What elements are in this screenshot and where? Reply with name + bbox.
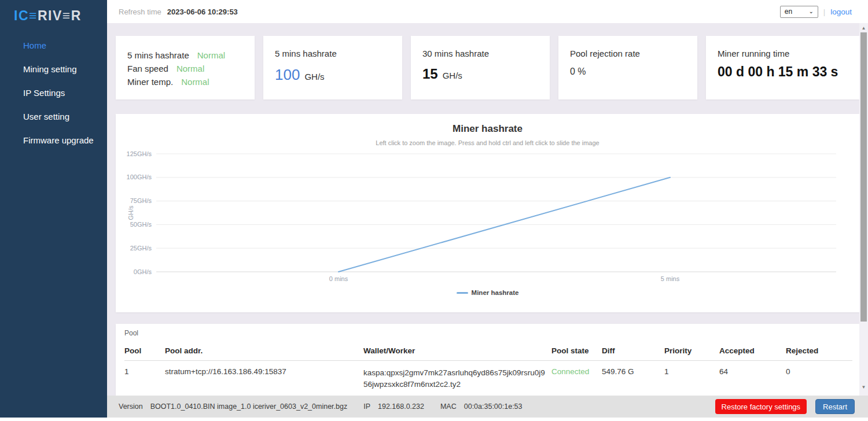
mac-value: 00:0a:35:00:1e:53: [464, 402, 523, 411]
hashrate-30min-unit: GH/s: [443, 71, 462, 80]
pool-table-header-row: Pool Pool addr. Wallet/Worker Pool state…: [124, 341, 852, 361]
chart-legend-item[interactable]: Miner hashrate: [116, 289, 859, 296]
svg-text:125GH/s: 125GH/s: [127, 150, 152, 157]
pool-rejection-value: 0 %: [570, 67, 686, 77]
miner-dashboard-page: IC≡RIV≡R Home Mining setting IP Settings…: [0, 0, 868, 421]
running-time-card: Miner running time 00 d 00 h 15 m 33 s: [706, 36, 859, 99]
col-header-rejected: Rejected: [786, 341, 852, 360]
svg-text:50GH/s: 50GH/s: [130, 221, 152, 228]
svg-text:5 mins: 5 mins: [661, 275, 680, 282]
card-title: 5 mins hashrate: [275, 49, 391, 58]
mac-label: MAC: [440, 402, 457, 411]
hashrate-30min-value: 15: [422, 66, 438, 82]
status-badge: Normal: [176, 64, 204, 73]
pool-table-card: Pool Pool Pool addr. Wallet/Worker Pool …: [116, 324, 859, 396]
legend-line-swatch: [457, 292, 468, 294]
col-header-priority: Priority: [664, 341, 719, 360]
ip-label: IP: [363, 402, 370, 411]
chevron-down-icon: ⌄: [808, 9, 813, 14]
footer-bar: VersionBOOT1.0_0410.BIN image_1.0 iceriv…: [107, 396, 868, 418]
pool-section-label: Pool: [124, 329, 138, 337]
status-badge: Normal: [197, 50, 225, 60]
card-title: 30 mins hashrate: [422, 49, 538, 58]
cell-accepted: 64: [719, 361, 786, 396]
sidebar-item-user-setting[interactable]: User setting: [0, 105, 107, 128]
scrollbar-down-icon[interactable]: ▼: [859, 383, 868, 391]
scrollbar-thumb[interactable]: [860, 32, 867, 322]
status-label: Miner temp.: [127, 77, 173, 87]
status-badge: Normal: [181, 77, 209, 87]
header-divider: |: [823, 8, 825, 16]
version-label: Version: [119, 402, 143, 411]
iceriver-logo: IC≡RIV≡R: [14, 8, 82, 24]
cell-pool-state: Connected: [551, 361, 602, 396]
hashrate-chart-card: 0GH/s25GH/s50GH/s75GH/s100GH/s125GH/s0 m…: [116, 114, 859, 312]
chart-title: Miner hashrate: [116, 123, 859, 135]
hashrate-30min-card: 30 mins hashrate 15 GH/s: [411, 36, 550, 99]
col-header-pool-state: Pool state: [551, 341, 602, 360]
sidebar-item-mining-setting[interactable]: Mining setting: [0, 57, 107, 81]
pool-table-row: 1 stratum+tcp://16.163.186.49:15837 kasp…: [124, 361, 852, 396]
col-header-pool-addr: Pool addr.: [165, 341, 363, 360]
version-value: BOOT1.0_0410.BIN image_1.0 iceriver_0603…: [150, 402, 347, 411]
language-select[interactable]: en ⌄: [780, 6, 818, 18]
sidebar-item-ip-settings[interactable]: IP Settings: [0, 81, 107, 105]
col-header-pool: Pool: [124, 341, 165, 360]
refresh-time-label: Refresh time: [119, 8, 161, 16]
hashrate-5min-value: 100: [275, 66, 300, 84]
legend-label: Miner hashrate: [472, 289, 519, 296]
pool-table: Pool Pool addr. Wallet/Worker Pool state…: [124, 341, 852, 396]
cell-pool: 1: [124, 361, 165, 396]
logo-text-ice: IC≡: [14, 8, 38, 23]
cell-pool-addr: stratum+tcp://16.163.186.49:15837: [165, 361, 363, 396]
chart-subtitle: Left click to zoom the image. Press and …: [116, 139, 859, 146]
status-label: 5 mins hashrate: [127, 50, 189, 60]
health-status-card: 5 mins hashrateNormal Fan speedNormal Mi…: [116, 36, 255, 99]
restore-factory-settings-button[interactable]: Restore factory settings: [715, 399, 807, 414]
svg-text:GH/s: GH/s: [127, 205, 134, 220]
svg-text:100GH/s: 100GH/s: [127, 173, 152, 180]
main-content: 5 mins hashrateNormal Fan speedNormal Mi…: [107, 23, 868, 396]
cell-priority: 1: [664, 361, 719, 396]
cell-rejected: 0: [786, 361, 852, 396]
logout-link[interactable]: logout: [830, 8, 852, 16]
sidebar-nav: Home Mining setting IP Settings User set…: [0, 34, 107, 152]
sidebar-item-firmware-upgrade[interactable]: Firmware upgrade: [0, 128, 107, 152]
vertical-scrollbar: ▲ ▼: [859, 23, 868, 396]
col-header-wallet-worker: Wallet/Worker: [363, 341, 551, 360]
sidebar: IC≡RIV≡R Home Mining setting IP Settings…: [0, 0, 107, 418]
svg-text:75GH/s: 75GH/s: [130, 197, 152, 204]
restart-button[interactable]: Restart: [815, 399, 855, 414]
language-select-value: en: [785, 8, 792, 16]
status-cards-row: 5 mins hashrateNormal Fan speedNormal Mi…: [116, 36, 859, 99]
card-title: Pool rejection rate: [570, 49, 686, 58]
footer-buttons: Restore factory settings Restart: [715, 399, 855, 414]
top-header: Refresh time 2023-06-06 10:29:53 en ⌄ | …: [107, 0, 868, 23]
cell-wallet-worker: kaspa:qpxsj2gmv7mk27asrluhq6yd86s75jk09r…: [363, 361, 551, 396]
status-row-fan: Fan speedNormal: [127, 62, 243, 75]
svg-text:25GH/s: 25GH/s: [130, 245, 152, 252]
col-header-accepted: Accepted: [719, 341, 786, 360]
card-title: Miner running time: [718, 49, 848, 58]
status-label: Fan speed: [127, 64, 168, 73]
sidebar-item-home[interactable]: Home: [0, 34, 107, 57]
svg-text:0 mins: 0 mins: [329, 275, 348, 282]
pool-rejection-card: Pool rejection rate 0 %: [558, 36, 697, 99]
refresh-time-value: 2023-06-06 10:29:53: [167, 8, 238, 16]
status-row-hashrate: 5 mins hashrateNormal: [127, 49, 243, 62]
logo-text-river: RIV≡R: [38, 8, 82, 23]
status-row-temp: Miner temp.Normal: [127, 75, 243, 88]
refresh-time: Refresh time 2023-06-06 10:29:53: [119, 0, 238, 23]
cell-diff: 549.76 G: [602, 361, 664, 396]
running-time-value: 00 d 00 h 15 m 33 s: [718, 64, 848, 80]
hashrate-5min-unit: GH/s: [304, 72, 324, 82]
col-header-diff: Diff: [602, 341, 664, 360]
ip-value: 192.168.0.232: [378, 402, 424, 411]
svg-text:0GH/s: 0GH/s: [134, 268, 152, 275]
footer-info: VersionBOOT1.0_0410.BIN image_1.0 iceriv…: [119, 402, 523, 411]
scrollbar-up-icon[interactable]: ▲: [859, 24, 868, 32]
hashrate-5min-card: 5 mins hashrate 100 GH/s: [263, 36, 402, 99]
header-right: en ⌄ | logout: [780, 0, 852, 23]
